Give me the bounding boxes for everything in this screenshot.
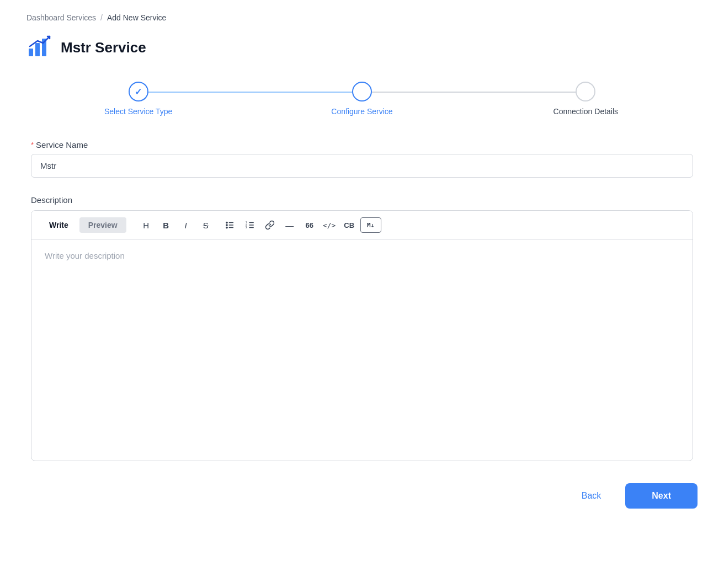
svg-point-6: [226, 222, 227, 223]
form-section: * Service Name Description Write Preview…: [31, 140, 693, 461]
heading-button[interactable]: H: [137, 216, 155, 234]
page-footer: Back Next: [26, 483, 698, 520]
preview-tab[interactable]: Preview: [79, 217, 126, 233]
code-button[interactable]: </>: [321, 216, 338, 234]
editor-placeholder: Write your description: [45, 251, 125, 260]
page-title: Mstr Service: [61, 39, 146, 56]
service-name-field: * Service Name: [31, 140, 693, 195]
service-name-input[interactable]: [31, 154, 693, 178]
stepper-circle-1: ✓: [129, 82, 148, 101]
service-name-label: * Service Name: [31, 140, 693, 149]
markdown-button[interactable]: M↓: [360, 217, 381, 233]
description-editor: Write Preview H B I S: [31, 210, 693, 461]
blockquote-button[interactable]: 66: [301, 216, 318, 234]
strikethrough-button[interactable]: S: [197, 216, 215, 234]
description-field: Description Write Preview H B I S: [31, 195, 693, 461]
stepper-item-connection-details: Connection Details: [474, 82, 698, 116]
editor-body[interactable]: Write your description: [31, 240, 693, 461]
stepper-label-1: Select Service Type: [104, 107, 172, 116]
back-button[interactable]: Back: [568, 484, 615, 507]
ordered-list-button[interactable]: 1 2 3: [241, 216, 259, 234]
bold-button[interactable]: B: [157, 216, 175, 234]
unordered-list-button[interactable]: [221, 216, 239, 234]
stepper-circle-3: [576, 82, 595, 101]
italic-button[interactable]: I: [177, 216, 195, 234]
stepper-item-select-service-type: ✓ Select Service Type: [26, 82, 250, 116]
next-button[interactable]: Next: [625, 483, 698, 509]
svg-point-7: [226, 224, 227, 226]
stepper-item-configure-service: Configure Service: [250, 82, 473, 116]
breadcrumb: Dashboard Services / Add New Service: [26, 13, 698, 22]
svg-text:3: 3: [245, 226, 247, 229]
stepper-label-2: Configure Service: [331, 107, 392, 116]
link-button[interactable]: [261, 216, 279, 234]
breadcrumb-parent[interactable]: Dashboard Services: [26, 13, 96, 22]
svg-rect-1: [35, 43, 40, 56]
horizontal-rule-button[interactable]: —: [281, 216, 299, 234]
editor-toolbar: Write Preview H B I S: [31, 211, 693, 240]
page-icon: [26, 33, 53, 62]
stepper-label-3: Connection Details: [553, 107, 619, 116]
stepper: ✓ Select Service Type Configure Service …: [26, 82, 698, 116]
write-tab[interactable]: Write: [40, 217, 77, 233]
required-star: *: [31, 141, 34, 149]
breadcrumb-current: Add New Service: [107, 13, 166, 22]
svg-rect-0: [29, 49, 33, 56]
description-label: Description: [31, 195, 693, 205]
code-block-button[interactable]: CB: [340, 216, 358, 234]
page-header: Mstr Service: [26, 33, 698, 62]
breadcrumb-separator: /: [100, 13, 103, 22]
stepper-circle-2: [352, 82, 372, 101]
svg-point-8: [226, 227, 227, 228]
